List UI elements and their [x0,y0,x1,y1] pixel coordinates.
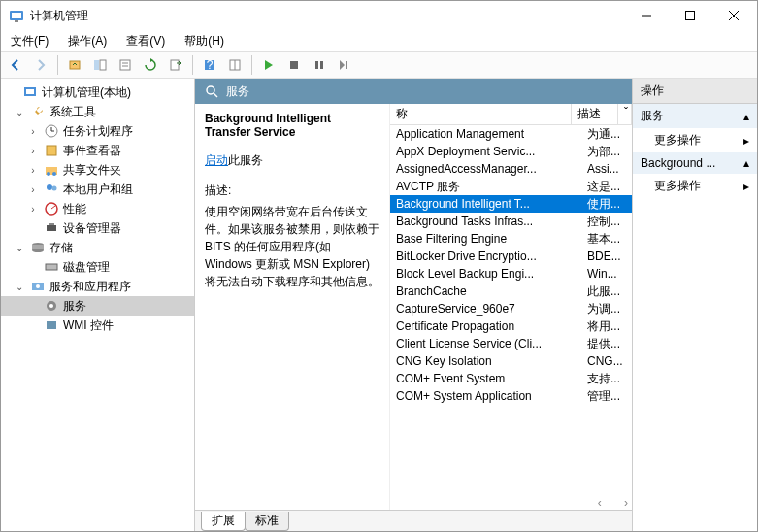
pause-service-button[interactable] [309,54,330,76]
collapse-icon[interactable]: ▴ [743,156,749,170]
column-more-indicator[interactable]: ˇ [618,104,632,124]
expander-expand-icon[interactable]: › [26,124,40,138]
expander-expand-icon[interactable]: › [26,202,40,216]
service-row[interactable]: Block Level Backup Engi...Win... [390,265,632,283]
tree-device-manager[interactable]: 设备管理器 [1,218,194,238]
close-button[interactable] [711,1,755,30]
tab-extended[interactable]: 扩展 [201,512,246,531]
service-row[interactable]: AppX Deployment Servic...为部... [390,143,632,160]
maximize-button[interactable] [668,1,711,30]
service-row[interactable]: Base Filtering Engine基本... [390,230,632,248]
menu-help[interactable]: 帮助(H) [179,31,230,51]
svg-rect-4 [685,12,694,20]
tree-shared-folders[interactable]: › 共享文件夹 [1,160,194,180]
refresh-button[interactable] [140,54,161,76]
start-service-button[interactable] [258,54,280,76]
list-header: 称 描述 ˇ [390,104,632,125]
actions-group-services[interactable]: 服务 ▴ [633,104,757,128]
tree-task-scheduler[interactable]: › 任务计划程序 [1,121,194,141]
actions-group-selected[interactable]: Background ... ▴ [633,152,757,174]
stop-service-button[interactable] [283,54,305,76]
tree-local-users[interactable]: › 本地用户和组 [1,180,194,199]
tree-services-apps[interactable]: ⌄ 服务和应用程序 [1,277,194,296]
back-button[interactable] [5,54,26,76]
service-name-cell: COM+ System Application [390,389,585,403]
action-label: 更多操作 [654,132,701,149]
spacer [26,299,40,313]
tab-standard[interactable]: 标准 [245,512,289,531]
details-panel: 服务 Background Intelligent Transfer Servi… [195,79,633,531]
expander-expand-icon[interactable]: › [26,163,40,177]
help-button[interactable]: ? [199,54,220,76]
toolbar-separator [57,55,58,75]
service-row[interactable]: Client License Service (Cli...提供... [390,335,632,352]
service-desc-cell: Win... [585,267,632,281]
export-button[interactable] [165,54,186,76]
forward-button[interactable] [30,54,51,76]
svg-rect-36 [49,223,54,225]
svg-point-44 [49,304,53,308]
expander-expand-icon[interactable]: › [26,144,40,157]
show-hide-tree-button[interactable] [89,54,111,76]
expander-collapse-icon[interactable]: ⌄ [13,241,26,254]
svg-line-47 [214,93,217,97]
service-row[interactable]: Certificate Propagation将用... [390,317,632,335]
service-name-cell: Application Management [390,127,585,141]
disk-icon [44,259,59,275]
menu-action[interactable]: 操作(A) [62,31,113,51]
actions-more-2[interactable]: 更多操作 ▸ [633,174,757,198]
horizontal-scroll[interactable]: ‹ › [390,496,632,510]
list-body[interactable]: Application Management为通...AppX Deployme… [390,125,632,496]
tree-wmi[interactable]: WMI 控件 [1,316,194,335]
start-service-link[interactable]: 启动 [205,153,228,167]
service-row[interactable]: Background Intelligent T...使用... [390,195,632,213]
service-row[interactable]: Application Management为通... [390,125,632,143]
svg-text:?: ? [207,58,214,72]
service-row[interactable]: AVCTP 服务这是... [390,178,632,195]
expander-expand-icon[interactable]: › [26,183,40,196]
tree-event-viewer[interactable]: › 事件查看器 [1,141,194,160]
expander-collapse-icon[interactable]: ⌄ [13,280,26,293]
tree-system-tools[interactable]: ⌄ 系统工具 [1,102,194,121]
menu-file[interactable]: 文件(F) [5,31,54,51]
service-name-cell: AssignedAccessManager... [390,162,585,176]
menu-view[interactable]: 查看(V) [120,31,171,51]
event-icon [44,143,59,158]
expander-collapse-icon[interactable]: ⌄ [13,105,26,118]
service-row[interactable]: BitLocker Drive Encryptio...BDE... [390,248,632,265]
service-row[interactable]: CaptureService_960e7为调... [390,300,632,317]
app-icon [9,8,24,23]
up-button[interactable] [64,54,85,76]
search-icon [205,84,218,98]
service-row[interactable]: BranchCache此服... [390,283,632,300]
tree-services[interactable]: 服务 [1,296,194,316]
service-row[interactable]: Background Tasks Infras...控制... [390,213,632,230]
details-body: Background Intelligent Transfer Service … [195,104,632,510]
service-row[interactable]: CNG Key IsolationCNG... [390,352,632,370]
service-desc-cell: BDE... [585,249,632,263]
tree-disk-management[interactable]: 磁盘管理 [1,257,194,277]
svg-rect-8 [94,60,99,70]
collapse-icon[interactable]: ▴ [743,110,749,123]
svg-line-34 [51,206,55,209]
tree-root[interactable]: 计算机管理(本地) [1,83,194,102]
column-description[interactable]: 描述 [572,104,618,124]
service-row[interactable]: COM+ System Application管理... [390,387,632,405]
properties-button[interactable] [115,54,136,76]
service-name-cell: Block Level Backup Engi... [390,267,585,281]
restart-service-button[interactable] [334,54,355,76]
menubar: 文件(F) 操作(A) 查看(V) 帮助(H) [1,30,757,51]
svg-point-39 [32,249,44,252]
service-row[interactable]: AssignedAccessManager...Assi... [390,160,632,178]
expander-icon[interactable] [5,85,18,99]
columns-button[interactable] [224,54,246,76]
column-name[interactable]: 称 [390,104,572,124]
tree-storage[interactable]: ⌄ 存储 [1,238,194,257]
tree-performance[interactable]: › 性能 [1,199,194,218]
service-row[interactable]: COM+ Event System支持... [390,370,632,387]
svg-rect-27 [47,146,56,155]
tree-label: 磁盘管理 [63,259,110,276]
tree-panel[interactable]: 计算机管理(本地) ⌄ 系统工具 › 任务计划程序 › 事件查看器 › 共享文件… [1,79,195,531]
minimize-button[interactable] [624,1,668,30]
actions-more-1[interactable]: 更多操作 ▸ [633,128,757,152]
